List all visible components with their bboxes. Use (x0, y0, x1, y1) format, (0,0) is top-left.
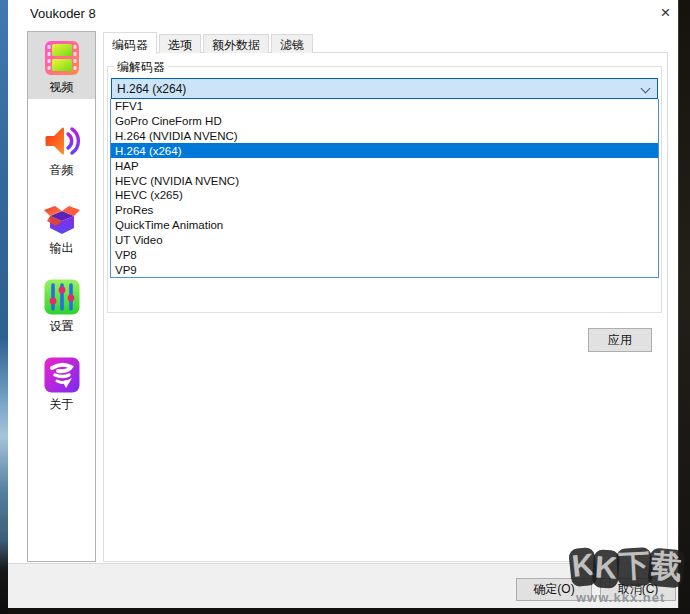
sidebar-item-about[interactable]: 关于 (28, 344, 95, 422)
apply-button[interactable]: 应用 (588, 328, 652, 352)
desktop-background-right (679, 0, 690, 614)
cancel-button[interactable]: 取消(C) (600, 578, 676, 601)
dropdown-option[interactable]: VP9 (111, 262, 658, 277)
tab-options[interactable]: 选项 (159, 34, 201, 53)
codec-dropdown-list: FFV1 GoPro CineForm HD H.264 (NVIDIA NVE… (110, 99, 659, 278)
tab-extra-data[interactable]: 额外数据 (203, 34, 269, 53)
codec-combobox-value: H.264 (x264) (112, 82, 186, 96)
voukoder-dialog: Voukoder 8 × (8, 0, 679, 608)
tornado-icon (42, 355, 82, 395)
close-icon[interactable]: × (652, 0, 679, 26)
sidebar: 视频 音频 (27, 31, 96, 562)
dropdown-option-selected[interactable]: H.264 (x264) (111, 143, 658, 158)
dropdown-option[interactable]: VP8 (111, 247, 658, 262)
dropdown-option[interactable]: HEVC (x265) (111, 188, 658, 203)
sidebar-item-label: 视频 (50, 81, 74, 94)
tab-bar: 编码器 选项 额外数据 滤镜 (103, 32, 315, 53)
sidebar-item-label: 音频 (50, 164, 74, 177)
sidebar-item-label: 输出 (50, 242, 74, 255)
sidebar-item-label: 设置 (50, 320, 74, 333)
sidebar-item-label: 关于 (50, 398, 74, 411)
tab-filters[interactable]: 滤镜 (271, 34, 313, 53)
codec-groupbox-label: 编解码器 (114, 59, 168, 76)
tab-encoder[interactable]: 编码器 (103, 32, 157, 54)
dropdown-option[interactable]: QuickTime Animation (111, 218, 658, 233)
sidebar-item-video[interactable]: 视频 (28, 32, 95, 99)
sliders-icon (42, 277, 82, 317)
desktop-background-bottom (8, 608, 679, 614)
dropdown-option[interactable]: HEVC (NVIDIA NVENC) (111, 173, 658, 188)
sidebar-item-output[interactable]: 输出 (28, 188, 95, 266)
dropdown-option[interactable]: GoPro CineForm HD (111, 114, 658, 129)
titlebar[interactable]: Voukoder 8 × (8, 0, 678, 28)
box-icon (42, 199, 82, 239)
screen: Voukoder 8 × (0, 0, 690, 614)
sidebar-item-settings[interactable]: 设置 (28, 266, 95, 344)
sidebar-item-audio[interactable]: 音频 (28, 110, 95, 188)
dropdown-option[interactable]: FFV1 (111, 99, 658, 114)
ok-button[interactable]: 确定(O) (516, 578, 592, 601)
dropdown-option[interactable]: UT Video (111, 232, 658, 247)
codec-combobox[interactable]: H.264 (x264) (111, 78, 658, 99)
chevron-down-icon[interactable] (642, 85, 650, 93)
speaker-icon (42, 121, 82, 161)
window-title: Voukoder 8 (30, 6, 96, 21)
dropdown-option[interactable]: HAP (111, 158, 658, 173)
dropdown-option[interactable]: ProRes (111, 203, 658, 218)
desktop-background-left (0, 0, 8, 614)
film-icon (42, 38, 82, 78)
dropdown-option[interactable]: H.264 (NVIDIA NVENC) (111, 129, 658, 144)
